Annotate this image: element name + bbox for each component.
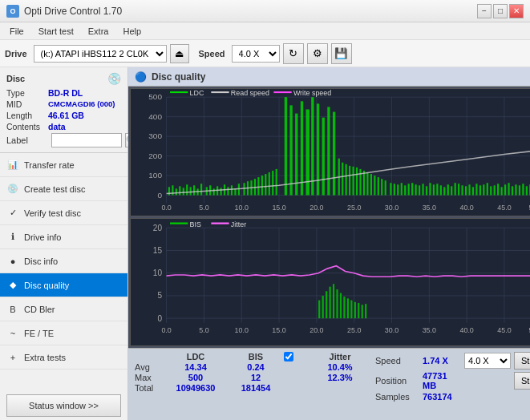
svg-rect-90 — [359, 169, 361, 196]
close-button[interactable]: ✕ — [509, 4, 524, 18]
extra-tests-icon: + — [6, 351, 19, 364]
nav-drive-info[interactable]: ℹ Drive info — [0, 225, 127, 249]
svg-rect-110 — [433, 184, 435, 195]
svg-rect-132 — [512, 186, 513, 195]
speed-select[interactable]: 4.0 X 1.0 X 2.0 X 8.0 X — [232, 45, 280, 63]
svg-rect-196 — [358, 303, 359, 318]
settings-button[interactable]: ⚙ — [307, 43, 328, 64]
nav-verify-test-disc[interactable]: ✓ Verify test disc — [0, 201, 127, 225]
svg-rect-112 — [440, 185, 442, 195]
type-value: BD-R DL — [48, 88, 83, 98]
svg-text:15.0: 15.0 — [272, 204, 286, 212]
contents-value: data — [48, 122, 66, 131]
maximize-button[interactable]: □ — [493, 4, 508, 18]
svg-rect-122 — [475, 184, 477, 195]
svg-rect-194 — [350, 301, 352, 319]
svg-rect-99 — [394, 184, 395, 195]
svg-text:35.0: 35.0 — [423, 326, 436, 334]
svg-text:10.0: 10.0 — [235, 204, 249, 212]
svg-rect-89 — [356, 168, 358, 196]
minimize-button[interactable]: − — [477, 4, 492, 18]
nav-items: 📊 Transfer rate 💿 Create test disc ✓ Ver… — [0, 153, 127, 391]
svg-rect-133 — [515, 184, 516, 195]
nav-disc-quality[interactable]: ◆ Disc quality — [0, 273, 127, 297]
svg-rect-98 — [390, 183, 391, 195]
svg-rect-83 — [333, 112, 335, 196]
start-part-button[interactable]: Start part — [514, 372, 530, 390]
max-ldc: 500 — [188, 373, 203, 382]
nav-transfer-rate[interactable]: 📊 Transfer rate — [0, 153, 127, 177]
svg-text:35.0: 35.0 — [423, 204, 437, 212]
svg-text:30.0: 30.0 — [385, 326, 399, 334]
transfer-rate-icon: 📊 — [6, 159, 19, 172]
svg-rect-0 — [131, 89, 530, 216]
svg-text:Read speed: Read speed — [231, 90, 269, 98]
svg-rect-46 — [176, 188, 177, 195]
label-input[interactable] — [51, 133, 122, 147]
svg-rect-91 — [363, 171, 365, 196]
svg-rect-47 — [179, 186, 180, 195]
nav-cd-bler[interactable]: B CD Bler — [0, 297, 127, 321]
svg-rect-81 — [322, 118, 325, 196]
menu-extra[interactable]: Extra — [82, 25, 115, 38]
speed-stat-select[interactable]: 4.0 X 1.0 X — [464, 353, 511, 369]
svg-rect-68 — [257, 177, 259, 195]
mid-label: MID — [6, 99, 48, 109]
drive-select[interactable]: (k:) ATAPI iHBS112 2 CL0K — [34, 45, 167, 63]
svg-rect-85 — [342, 163, 343, 196]
max-label: Max — [135, 373, 152, 382]
verify-test-disc-icon: ✓ — [6, 207, 19, 220]
svg-rect-136 — [526, 186, 528, 195]
eject-button[interactable]: ⏏ — [170, 44, 189, 63]
nav-create-test-disc-label: Create test disc — [24, 184, 85, 194]
svg-rect-93 — [370, 174, 372, 196]
speed-label: Speed — [199, 49, 225, 59]
nav-extra-tests[interactable]: + Extra tests — [0, 345, 127, 370]
length-value: 46.61 GB — [48, 111, 84, 120]
max-jitter: 12.3% — [327, 373, 352, 382]
svg-rect-61 — [231, 185, 233, 195]
svg-rect-124 — [483, 184, 484, 195]
jitter-checkbox[interactable] — [284, 352, 293, 361]
svg-text:20.0: 20.0 — [310, 326, 323, 334]
svg-text:45.0: 45.0 — [497, 326, 511, 334]
refresh-button[interactable]: ↻ — [283, 43, 304, 64]
svg-text:0: 0 — [157, 313, 162, 322]
total-ldc: 10949630 — [176, 383, 216, 393]
svg-text:5.0: 5.0 — [199, 326, 208, 334]
jitter-header: Jitter — [308, 352, 372, 361]
save-button[interactable]: 💾 — [331, 43, 352, 64]
contents-label: Contents — [6, 122, 48, 131]
svg-rect-190 — [336, 289, 338, 318]
nav-cd-bler-label: CD Bler — [24, 305, 55, 314]
nav-fe-te-label: FE / TE — [24, 329, 54, 338]
svg-rect-111 — [436, 184, 438, 195]
status-window-button[interactable]: Status window >> — [6, 394, 121, 417]
svg-rect-56 — [213, 188, 215, 195]
chart-header-icon: 🔵 — [135, 71, 147, 83]
svg-rect-96 — [381, 179, 382, 195]
speed-stat-label: Speed — [375, 356, 419, 365]
svg-text:0.0: 0.0 — [161, 326, 171, 334]
chart-header: 🔵 Disc quality — [128, 67, 530, 87]
nav-fe-te[interactable]: ~ FE / TE — [0, 321, 127, 345]
samples-label: Samples — [375, 392, 419, 402]
menu-file[interactable]: File — [3, 25, 30, 38]
svg-text:40.0: 40.0 — [459, 326, 473, 334]
left-panel: Disc 💿 Type BD-R DL MID CMCMAGDI6 (000) … — [0, 67, 128, 420]
menu-start-test[interactable]: Start test — [32, 25, 80, 38]
length-label: Length — [6, 111, 48, 120]
menu-help[interactable]: Help — [116, 25, 148, 38]
drive-info-icon: ℹ — [6, 231, 19, 244]
lower-chart: 20 15 10 5 0 20% 16% 12% 8% 4% 0.0 5.0 1… — [130, 218, 530, 346]
nav-create-test-disc[interactable]: 💿 Create test disc — [0, 177, 127, 201]
svg-rect-80 — [317, 103, 319, 195]
svg-rect-58 — [220, 188, 221, 195]
svg-rect-127 — [494, 185, 496, 195]
svg-rect-102 — [404, 185, 406, 195]
svg-text:BIS: BIS — [190, 220, 201, 228]
nav-disc-info[interactable]: ● Disc info — [0, 249, 127, 273]
svg-text:20.0: 20.0 — [310, 204, 324, 212]
start-full-button[interactable]: Start full — [514, 352, 530, 370]
create-test-disc-icon: 💿 — [6, 183, 19, 196]
